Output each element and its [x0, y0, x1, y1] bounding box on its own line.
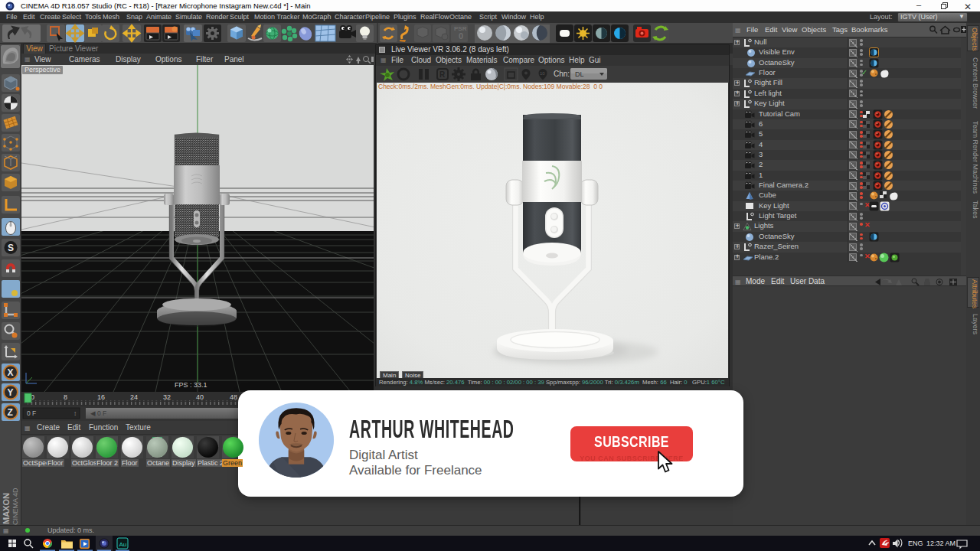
svg-text:Au: Au — [119, 541, 127, 548]
svg-text:R: R — [439, 70, 446, 79]
svg-text:48: 48 — [230, 393, 237, 401]
svg-text:32: 32 — [163, 393, 171, 401]
svg-text:24: 24 — [130, 393, 138, 401]
svg-text:CINEMA 4D: CINEMA 4D — [11, 487, 19, 525]
svg-text:0 F: 0 F — [27, 409, 36, 417]
svg-text:0: 0 — [459, 31, 463, 41]
svg-text:◀ 0 F: ◀ 0 F — [90, 409, 106, 417]
svg-text:10: 10 — [540, 71, 545, 76]
svg-text:ENG: ENG — [908, 540, 923, 547]
svg-text:Z: Z — [8, 407, 13, 418]
svg-text:S: S — [8, 243, 14, 253]
svg-text:Chn:: Chn: — [554, 70, 570, 78]
svg-text:DL: DL — [575, 70, 584, 78]
svg-text:16: 16 — [97, 393, 105, 401]
svg-text:X: X — [8, 367, 14, 378]
svg-text:8: 8 — [64, 393, 67, 401]
svg-text:↕: ↕ — [74, 410, 77, 417]
svg-text:MAXON: MAXON — [2, 493, 11, 524]
svg-text:12:32 AM: 12:32 AM — [926, 540, 956, 547]
svg-text:Y: Y — [8, 387, 14, 398]
svg-text:40: 40 — [196, 393, 204, 401]
